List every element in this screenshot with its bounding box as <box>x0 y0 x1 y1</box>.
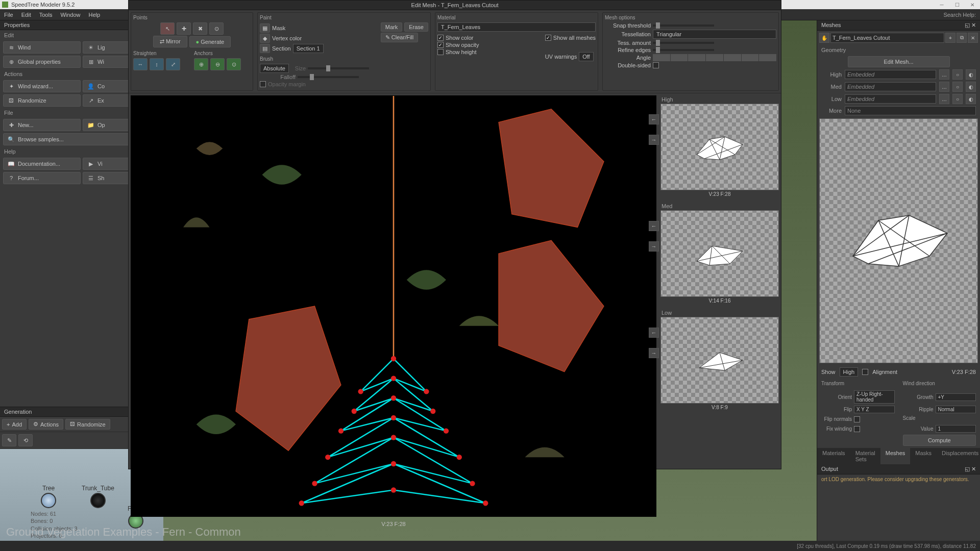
mesh-name-dropdown[interactable]: T_Fern_Leaves Cutout <box>830 33 944 43</box>
mesh-viewport[interactable] <box>131 95 656 517</box>
lod-high-preview[interactable]: ← → <box>660 104 779 190</box>
add-button[interactable]: +Add <box>2 419 27 430</box>
delete-point-tool[interactable]: ✖ <box>193 22 207 35</box>
med-btn1[interactable]: … <box>939 82 949 92</box>
mirror-button[interactable]: ⇄ Mirror <box>153 36 187 47</box>
lod-med-next[interactable]: → <box>649 241 659 252</box>
angle-buttons[interactable] <box>653 54 776 61</box>
low-field[interactable]: Embedded <box>845 94 936 104</box>
menu-file[interactable]: File <box>4 12 13 18</box>
mask-label[interactable]: Mask <box>272 25 285 31</box>
high-field[interactable]: Embedded <box>845 70 936 79</box>
flip-normals-check[interactable] <box>854 416 860 422</box>
mesh-del[interactable]: ✕ <box>968 33 978 43</box>
high-btn1[interactable]: … <box>939 69 949 80</box>
wind-wizard-button[interactable]: ✦Wind wizard... <box>3 80 81 92</box>
lod-high-prev[interactable]: ← <box>649 114 659 124</box>
med-btn2[interactable]: ○ <box>952 82 963 92</box>
gen-tool2[interactable]: ⟲ <box>18 434 33 446</box>
brush-mode[interactable]: Absolute <box>260 64 289 73</box>
menu-tools[interactable]: Tools <box>39 12 53 18</box>
add-point-tool[interactable]: ✚ <box>177 22 191 35</box>
hand-icon[interactable]: ✋ <box>819 33 829 43</box>
med-field[interactable]: Embedded <box>845 82 936 91</box>
gen-tool1[interactable]: ✎ <box>2 434 16 446</box>
mark-button[interactable]: Mark <box>381 22 402 32</box>
falloff-slider[interactable] <box>298 76 359 78</box>
anchor-del[interactable]: ⊖ <box>210 58 225 70</box>
trunk-node[interactable] <box>90 493 106 508</box>
edit-mesh-button[interactable]: Edit Mesh... <box>848 56 950 67</box>
mesh-add[interactable]: + <box>945 33 955 43</box>
lod-med-prev[interactable]: ← <box>649 221 659 231</box>
low-btn2[interactable]: ○ <box>952 94 963 104</box>
menu-edit[interactable]: Edit <box>21 12 31 18</box>
lod-low-preview[interactable]: ← → <box>660 317 779 404</box>
compute-button[interactable]: Compute <box>903 435 976 446</box>
tree-node[interactable] <box>41 493 56 508</box>
move-tool[interactable]: ⊙ <box>209 22 224 35</box>
show-all-check[interactable] <box>545 35 551 41</box>
gen-actions-button[interactable]: ⚙Actions <box>29 419 63 430</box>
panel-controls[interactable]: ◱ ✕ <box>965 22 976 29</box>
menu-help[interactable]: Help <box>89 12 101 18</box>
menu-window[interactable]: Window <box>60 12 80 18</box>
close-button[interactable]: ✕ <box>965 0 980 9</box>
lod-low-next[interactable]: → <box>649 348 659 358</box>
material-dropdown[interactable]: T_Fern_Leaves <box>437 22 596 32</box>
uv-dropdown[interactable]: Off <box>579 52 593 61</box>
alignment-check[interactable] <box>862 369 868 375</box>
tab-materials[interactable]: Materials <box>817 448 850 464</box>
tab-meshes[interactable]: Meshes <box>880 448 911 464</box>
lod-high-next[interactable]: → <box>649 135 659 145</box>
ripple-field[interactable]: Normal <box>936 406 976 413</box>
growth-field[interactable]: +Y <box>936 393 976 401</box>
vertex-color-label[interactable]: Vertex color <box>272 35 302 41</box>
new-button[interactable]: ✚New... <box>3 119 81 131</box>
section-label[interactable]: Section <box>272 45 291 52</box>
forum-button[interactable]: ?Forum... <box>3 172 81 184</box>
fix-winding-check[interactable] <box>854 426 860 432</box>
tess-slider[interactable] <box>653 42 714 44</box>
tab-displacements[interactable]: Displacements <box>937 448 980 464</box>
orient-field[interactable]: Z-Up Right-handed <box>854 390 895 404</box>
clearfill-button[interactable]: ✎ Clear/Fill <box>381 33 418 42</box>
med-btn3[interactable]: ◐ <box>966 82 976 92</box>
flip-field[interactable]: X Y Z <box>854 406 895 413</box>
low-btn3[interactable]: ◐ <box>966 94 976 104</box>
show-height-check[interactable] <box>437 49 444 55</box>
global-props-button[interactable]: ⊕Global properties <box>3 56 81 68</box>
lod-low-prev[interactable]: ← <box>649 328 659 338</box>
more-dropdown[interactable]: None <box>845 106 976 115</box>
erase-button[interactable]: Erase <box>404 22 428 32</box>
size-slider[interactable] <box>308 67 369 69</box>
refine-slider[interactable] <box>653 49 714 51</box>
anchor-move[interactable]: ⊙ <box>227 58 241 70</box>
select-tool[interactable]: ↖ <box>160 22 175 35</box>
mesh-preview-large[interactable] <box>819 118 978 363</box>
tess-dropdown[interactable]: Triangular <box>653 30 776 39</box>
straighten-x[interactable]: ↔ <box>133 58 148 70</box>
tab-material-sets[interactable]: Material Sets <box>850 448 880 464</box>
straighten-y[interactable]: ↕ <box>150 58 164 70</box>
randomize-button[interactable]: ⚄Randomize <box>3 94 81 107</box>
gen-randomize-button[interactable]: ⚄Randomize <box>65 419 110 430</box>
mesh-dup[interactable]: ⧉ <box>957 33 967 43</box>
documentation-button[interactable]: 📖Documentation... <box>3 158 81 170</box>
scale-value[interactable]: 1 <box>936 425 976 433</box>
straighten-xy[interactable]: ⤢ <box>166 58 180 70</box>
wind-button[interactable]: ≋Wind <box>3 41 81 54</box>
section-dropdown[interactable]: Section 1 <box>293 44 324 53</box>
minimize-button[interactable]: ─ <box>934 0 949 9</box>
tab-masks[interactable]: Masks <box>910 448 937 464</box>
show-color-check[interactable] <box>437 35 444 41</box>
generate-button[interactable]: ● Generate <box>189 36 231 47</box>
lod-med-preview[interactable]: ← → <box>660 210 779 297</box>
double-sided-check[interactable] <box>653 62 659 68</box>
show-dropdown[interactable]: High <box>840 367 859 377</box>
anchor-add[interactable]: ⊕ <box>194 58 208 70</box>
low-btn1[interactable]: … <box>939 94 949 104</box>
snap-slider[interactable] <box>653 24 714 27</box>
show-opacity-check[interactable] <box>437 42 444 48</box>
maximize-button[interactable]: ☐ <box>949 0 965 9</box>
